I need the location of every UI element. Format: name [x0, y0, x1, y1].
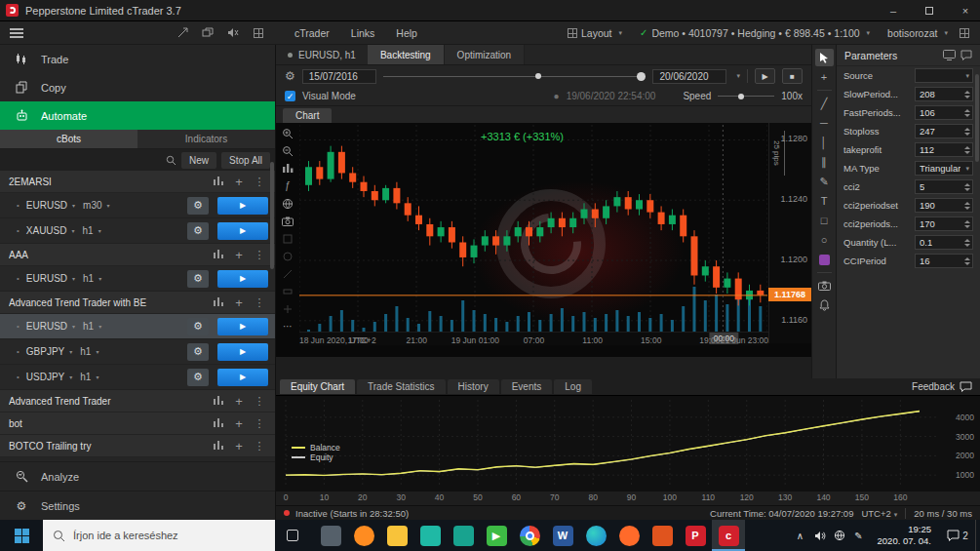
- instance-symbol-select[interactable]: USDJPY: [26, 372, 64, 382]
- instance-play-button[interactable]: ▶: [217, 369, 268, 386]
- spinner-buttons[interactable]: [964, 180, 970, 193]
- sidebar-scrollbar[interactable]: [270, 162, 274, 269]
- layout-selector[interactable]: Layout ▾: [559, 27, 631, 39]
- spinner-buttons[interactable]: [964, 106, 970, 119]
- bot-instances-icon[interactable]: [212, 296, 225, 308]
- parameter-input[interactable]: 106: [915, 105, 973, 120]
- instance-settings-button[interactable]: ⚙: [187, 197, 209, 215]
- feedback-link[interactable]: Feedback: [912, 381, 976, 392]
- chevron-down-icon[interactable]: ▾: [736, 72, 740, 80]
- taskbar-icon-pepperstone[interactable]: P: [679, 520, 712, 551]
- parameter-input[interactable]: 16: [915, 254, 973, 268]
- object-tool-icon[interactable]: [280, 301, 296, 316]
- bot-search-input[interactable]: [5, 155, 162, 166]
- instance-timeframe-select[interactable]: h1: [83, 321, 94, 332]
- spinner-buttons[interactable]: [964, 236, 970, 249]
- bot-header[interactable]: AAA+⋮: [0, 244, 275, 266]
- slider-handle[interactable]: [637, 72, 646, 81]
- instance-play-button[interactable]: ▶: [217, 318, 268, 335]
- instance-symbol-select[interactable]: XAUUSD: [26, 225, 67, 236]
- tab-cbots[interactable]: cBots: [0, 130, 137, 149]
- instance-settings-button[interactable]: ⚙: [187, 343, 209, 361]
- apps-grid-icon[interactable]: [957, 26, 972, 40]
- instance-symbol-select[interactable]: EURUSD: [26, 200, 67, 211]
- bot-instances-icon[interactable]: [212, 176, 225, 187]
- snapshot-icon[interactable]: [280, 214, 296, 228]
- object-tool-icon[interactable]: [280, 284, 296, 298]
- cursor-tool-icon[interactable]: [815, 49, 834, 66]
- tab-events[interactable]: Events: [501, 379, 553, 394]
- tab-trade-statistics[interactable]: Trade Statistics: [357, 379, 446, 394]
- spinner-buttons[interactable]: [964, 255, 970, 267]
- bot-instances-icon[interactable]: [212, 395, 225, 407]
- tab-log[interactable]: Log: [554, 379, 592, 394]
- bot-header[interactable]: BOTCO Trailing try+⋮: [0, 435, 275, 457]
- instance-timeframe-select[interactable]: h1: [80, 372, 91, 382]
- backtest-stop-button[interactable]: ■: [782, 68, 803, 84]
- bot-menu-icon[interactable]: ⋮: [253, 417, 266, 430]
- instance-settings-button[interactable]: ⚙: [187, 270, 209, 288]
- instance-settings-button[interactable]: ⚙: [187, 318, 209, 335]
- color-picker-icon[interactable]: [815, 251, 834, 268]
- backtest-play-button[interactable]: ▶: [755, 68, 775, 84]
- spinner-buttons[interactable]: [964, 217, 970, 230]
- sidebar-item-automate[interactable]: Automate: [0, 101, 275, 130]
- crosshair-tool-icon[interactable]: +: [815, 68, 834, 86]
- tab-chart[interactable]: Chart: [283, 108, 332, 123]
- pen-icon[interactable]: ✎: [849, 531, 869, 541]
- visual-mode-checkbox[interactable]: ✓: [285, 91, 295, 101]
- chart-area[interactable]: ƒ ⋯ +3313 € (+331%) 25 pips 1.11768 1.12…: [276, 123, 811, 357]
- channel-tool-icon[interactable]: ∥: [815, 153, 834, 171]
- ellipse-tool-icon[interactable]: ○: [815, 231, 834, 249]
- add-instance-button[interactable]: +: [232, 175, 246, 189]
- parameter-input[interactable]: 5: [915, 179, 973, 194]
- taskbar-icon-file-explorer[interactable]: [380, 520, 413, 551]
- parameter-input[interactable]: 170: [915, 216, 973, 231]
- bot-instances-icon[interactable]: [212, 440, 225, 452]
- time-axis[interactable]: 00:00 18 Jun 2020, UTC+217:0021:0019 Jun…: [299, 332, 768, 345]
- profile-selector[interactable]: botisorozat ▾: [879, 27, 957, 39]
- bot-instance-row[interactable]: •USDJPY▾h1▾⚙▶: [0, 365, 275, 390]
- object-tool-icon[interactable]: [280, 231, 296, 246]
- instance-symbol-select[interactable]: EURUSD: [26, 321, 67, 332]
- hamburger-menu-icon[interactable]: [10, 26, 23, 40]
- sidebar-item-settings[interactable]: ⚙ Settings: [0, 491, 275, 520]
- add-instance-button[interactable]: +: [232, 248, 246, 262]
- mute-icon[interactable]: [225, 26, 241, 40]
- parameter-input[interactable]: 247: [915, 124, 973, 138]
- instance-settings-button[interactable]: ⚙: [187, 369, 209, 386]
- grid-icon[interactable]: [251, 26, 266, 40]
- spinner-buttons[interactable]: [964, 125, 970, 138]
- speed-slider[interactable]: [718, 92, 774, 101]
- menu-links[interactable]: Links: [340, 27, 386, 39]
- taskbar-icon-ctrader[interactable]: c: [712, 520, 745, 551]
- indicators-icon[interactable]: ƒ: [280, 178, 296, 193]
- chart-type-icon[interactable]: [280, 161, 296, 176]
- instance-play-button[interactable]: ▶: [217, 270, 268, 288]
- parameter-input[interactable]: 208: [915, 87, 973, 101]
- camera-icon[interactable]: [815, 277, 834, 295]
- menu-ctrader[interactable]: cTrader: [284, 27, 340, 39]
- add-instance-button[interactable]: +: [232, 394, 246, 409]
- taskbar-search[interactable]: Írjon ide a kereséshez: [43, 520, 275, 551]
- add-instance-button[interactable]: +: [232, 439, 246, 453]
- symbols-icon[interactable]: [280, 196, 296, 211]
- price-axis[interactable]: 25 pips 1.11768 1.12801.12401.12001.1160: [768, 123, 811, 343]
- bot-search-field[interactable]: [5, 155, 176, 166]
- zoom-out-icon[interactable]: [280, 143, 296, 158]
- text-tool-icon[interactable]: T: [815, 192, 834, 210]
- parameter-input[interactable]: ▾: [915, 68, 973, 83]
- bot-instance-row[interactable]: •XAUUSD▾h1▾⚙▶: [0, 218, 275, 244]
- end-date-input[interactable]: 20/06/2020: [652, 69, 726, 84]
- bot-instance-row[interactable]: •EURUSD▾m30▾⚙▶: [0, 193, 275, 218]
- taskbar-icon-orange-app[interactable]: [646, 520, 679, 551]
- minimize-button[interactable]: –: [879, 0, 908, 21]
- instance-settings-button[interactable]: ⚙: [187, 222, 209, 240]
- candlestick-chart[interactable]: [299, 125, 767, 345]
- slider-handle[interactable]: [535, 73, 541, 79]
- bot-header[interactable]: 2EMARSI+⋮: [0, 171, 275, 193]
- bot-instance-row[interactable]: •GBPJPY▾h1▾⚙▶: [0, 339, 275, 365]
- parameters-scrollbar[interactable]: [975, 74, 979, 162]
- speaker-icon[interactable]: [810, 531, 830, 541]
- taskbar-icon-dark-app[interactable]: [314, 520, 347, 551]
